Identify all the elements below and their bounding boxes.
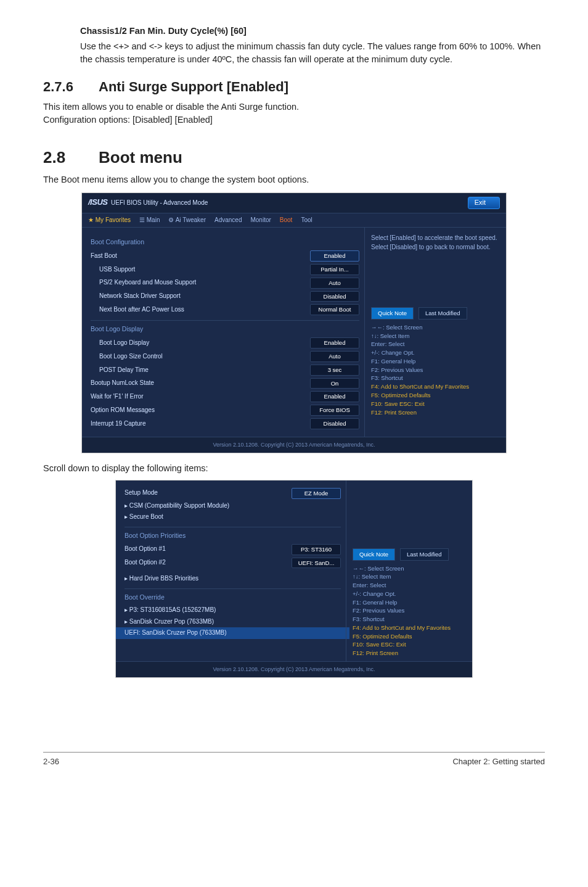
bios-screenshot-2: Setup ModeEZ Mode ▸ CSM (Compatibility S…: [115, 480, 473, 678]
val-setupmode[interactable]: EZ Mode: [292, 488, 341, 499]
row-setupmode[interactable]: Setup Mode: [125, 489, 158, 498]
menu-tweaker[interactable]: ⚙ Ai Tweaker: [168, 216, 206, 225]
grp-bootpriorities: Boot Option Priorities: [125, 531, 341, 540]
val-nextboot[interactable]: Normal Boot: [310, 304, 359, 315]
menu-advanced[interactable]: Advanced: [214, 216, 242, 225]
bios-help-pane: Select [Enabled] to accelerate the boot …: [364, 228, 506, 437]
tab-quicknote-2[interactable]: Quick Note: [353, 548, 395, 561]
val-bootopt1[interactable]: P3: ST3160: [292, 544, 341, 555]
val-optionrom[interactable]: Force BIOS: [310, 405, 359, 416]
val-int19[interactable]: Disabled: [310, 418, 359, 429]
menu-monitor[interactable]: Monitor: [250, 216, 271, 225]
row-bootopt2[interactable]: Boot Option #2: [125, 558, 166, 567]
chapter-label: Chapter 2: Getting started: [452, 756, 545, 768]
menu-tool[interactable]: Tool: [301, 216, 312, 225]
hotkey-list: →←: Select Screen ↑↓: Select Item Enter:…: [371, 323, 500, 416]
section-276-p1: This item allows you to enable or disabl…: [43, 101, 545, 113]
section-28-title: Boot menu: [99, 146, 182, 170]
section-28-num: 2.8: [43, 146, 99, 170]
val-ps2[interactable]: Auto: [310, 278, 359, 289]
section-276-p2: Configuration options: [Disabled] [Enabl…: [43, 113, 545, 126]
val-logodisplay[interactable]: Enabled: [310, 337, 359, 349]
fan-paragraph: Use the <+> and <-> keys to adjust the m…: [80, 40, 545, 66]
tab-lastmodified-2[interactable]: Last Modified: [400, 548, 449, 561]
section-276-heading: 2.7.6 Anti Surge Support [Enabled]: [43, 77, 545, 97]
row-fastboot[interactable]: Fast Boot: [91, 252, 117, 261]
row-netstack[interactable]: Network Stack Driver Support: [91, 292, 181, 301]
fan-heading: Chassis1/2 Fan Min. Duty Cycle(%) [60]: [80, 25, 545, 38]
section-276-num: 2.7.6: [43, 77, 99, 97]
scroll-caption: Scroll down to display the following ite…: [43, 462, 545, 475]
bios-menu-bar: ★ My Favorites ☰ Main ⚙ Ai Tweaker Advan…: [82, 213, 506, 228]
row-override-2[interactable]: ▸ SanDisk Cruzer Pop (7633MB): [125, 617, 214, 627]
row-bootopt1[interactable]: Boot Option #1: [125, 545, 166, 554]
bios-footer: Version 2.10.1208. Copyright (C) 2013 Am…: [82, 437, 506, 453]
val-waitf1[interactable]: Enabled: [310, 391, 359, 402]
section-28-p1: The Boot menu items allow you to change …: [43, 173, 545, 186]
help-text: Select [Enabled] to accelerate the boot …: [371, 234, 500, 252]
row-waitf1[interactable]: Wait for 'F1' If Error: [91, 392, 144, 402]
bios-left-pane: Boot Configuration Fast BootEnabled USB …: [82, 228, 364, 437]
row-ps2[interactable]: PS/2 Keyboard and Mouse Support: [91, 278, 196, 287]
val-netstack[interactable]: Disabled: [310, 291, 359, 302]
row-logodisplay[interactable]: Boot Logo Display: [91, 339, 149, 348]
val-logosize[interactable]: Auto: [310, 351, 359, 362]
tab-lastmodified[interactable]: Last Modified: [419, 307, 467, 320]
bios2-footer: Version 2.10.1208. Copyright (C) 2013 Am…: [116, 661, 472, 677]
row-logosize[interactable]: Boot Logo Size Control: [91, 352, 163, 361]
page-number: 2-36: [43, 756, 59, 768]
section-28-heading: 2.8 Boot menu: [43, 146, 545, 170]
row-optionrom[interactable]: Option ROM Messages: [91, 406, 155, 415]
row-csm[interactable]: ▸ CSM (Compatibility Support Module): [125, 501, 229, 511]
bios2-help-pane: Quick Note Last Modified →←: Select Scre…: [346, 481, 472, 661]
row-override-3-selected[interactable]: UEFI: SanDisk Cruzer Pop (7633MB): [125, 629, 227, 636]
val-bootopt2[interactable]: UEFI: SanD...: [292, 558, 341, 569]
page-footer: 2-36 Chapter 2: Getting started: [43, 752, 545, 768]
grp-bootcfg: Boot Configuration: [91, 237, 359, 247]
menu-favorites[interactable]: ★ My Favorites: [88, 216, 131, 225]
exit-button[interactable]: Exit: [468, 197, 500, 209]
val-usb[interactable]: Partial In...: [310, 264, 359, 275]
row-postdelay[interactable]: POST Delay Time: [91, 366, 149, 375]
row-usb[interactable]: USB Support: [91, 265, 135, 274]
row-override-1[interactable]: ▸ P3: ST3160815AS (152627MB): [125, 606, 216, 615]
section-276-title: Anti Surge Support [Enabled]: [99, 77, 288, 97]
val-numlock[interactable]: On: [310, 378, 359, 389]
row-numlock[interactable]: Bootup NumLock State: [91, 379, 154, 388]
row-secureboot[interactable]: ▸ Secure Boot: [125, 513, 163, 522]
val-fastboot[interactable]: Enabled: [310, 250, 359, 262]
row-nextboot[interactable]: Next Boot after AC Power Loss: [91, 305, 184, 315]
bios-screenshot-1: /ISUS UEFI BIOS Utility - Advanced Mode …: [81, 192, 507, 453]
grp-bootoverride: Boot Override: [125, 593, 341, 602]
bios2-left-pane: Setup ModeEZ Mode ▸ CSM (Compatibility S…: [116, 481, 346, 661]
grp-bootlogo: Boot Logo Display: [91, 324, 359, 334]
menu-boot[interactable]: Boot: [280, 216, 293, 225]
bios-title: /ISUS UEFI BIOS Utility - Advanced Mode: [88, 197, 208, 208]
hotkey-list-2: →←: Select Screen ↑↓: Select Item Enter:…: [353, 564, 466, 658]
row-hdd-bbs[interactable]: ▸ Hard Drive BBS Priorities: [125, 574, 198, 584]
menu-main[interactable]: ☰ Main: [139, 216, 160, 225]
tab-quicknote[interactable]: Quick Note: [371, 307, 414, 320]
val-postdelay[interactable]: 3 sec: [310, 365, 359, 376]
row-int19[interactable]: Interrupt 19 Capture: [91, 419, 146, 429]
